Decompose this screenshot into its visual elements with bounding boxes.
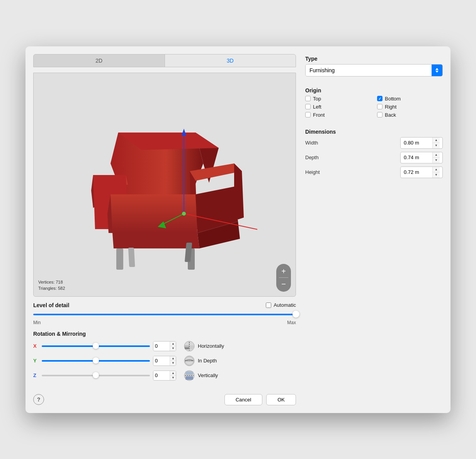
bottom-actions: ? Cancel OK <box>33 390 296 405</box>
svg-marker-13 <box>435 71 439 73</box>
rotation-input-wrap-y: ▲ ▼ <box>153 356 176 366</box>
origin-left-checkbox[interactable] <box>305 104 311 109</box>
origin-section: Origin Top Bottom Left <box>305 87 443 123</box>
chair-3d-view <box>72 94 257 275</box>
rotation-spinner-y-up[interactable]: ▲ <box>170 356 176 361</box>
dimension-depth-up[interactable]: ▲ <box>433 152 440 158</box>
origin-bottom-checkbox[interactable] <box>377 96 382 101</box>
viewport-info: Vertices: 718 Triangles: 582 <box>38 279 65 292</box>
rotation-input-wrap-z: ▲ ▼ <box>153 371 176 381</box>
rotation-title: Rotation & Mirroring <box>33 331 296 337</box>
origin-back-checkbox[interactable] <box>377 112 382 117</box>
dimension-height-up[interactable]: ▲ <box>433 167 440 172</box>
lod-max-label: Max <box>287 320 296 325</box>
zoom-control[interactable]: + − <box>276 264 291 292</box>
rotation-spinner-z: ▲ ▼ <box>170 371 176 380</box>
tab-3d[interactable]: 3D <box>165 54 296 67</box>
rotation-spinner-x-down[interactable]: ▼ <box>170 346 176 351</box>
lod-auto-label: Automatic <box>274 302 296 308</box>
type-label: Type <box>305 56 443 62</box>
action-buttons: Cancel OK <box>224 394 296 405</box>
rotation-spinner-z-down[interactable]: ▼ <box>170 376 176 380</box>
type-section: Type <box>305 56 443 82</box>
dimension-depth-wrap: ▲ ▼ <box>400 152 443 163</box>
origin-front-row: Front <box>305 112 371 118</box>
origin-back-row: Back <box>377 112 443 118</box>
ok-button[interactable]: OK <box>266 394 296 405</box>
rotation-slider-z[interactable] <box>42 375 150 376</box>
zoom-out-button[interactable]: − <box>281 280 286 288</box>
lod-auto-checkbox[interactable] <box>266 303 271 308</box>
origin-grid: Top Bottom Left Right <box>305 96 443 118</box>
mirror-horizontally-label: Horizontally <box>198 343 224 349</box>
axis-label-x: X <box>33 343 39 349</box>
rotation-input-z[interactable] <box>153 371 170 380</box>
axis-label-y: Y <box>33 358 39 364</box>
dimension-width-spinner: ▲ ▼ <box>432 138 440 148</box>
lod-labels: Min Max <box>33 320 296 325</box>
type-select-input[interactable] <box>306 65 432 76</box>
rotation-spinner-x: ▲ ▼ <box>170 342 176 351</box>
rotation-input-wrap-x: ▲ ▼ <box>153 341 176 351</box>
rotation-spinner-x-up[interactable]: ▲ <box>170 342 176 346</box>
origin-label: Origin <box>305 87 443 94</box>
tab-2d[interactable]: 2D <box>34 54 165 67</box>
rotation-spinner-z-up[interactable]: ▲ <box>170 371 176 376</box>
axis-y-arrow <box>182 129 186 136</box>
rotation-slider-x-thumb <box>93 343 99 349</box>
viewport: Vertices: 718 Triangles: 582 + − <box>33 73 296 297</box>
dimension-depth-input[interactable] <box>401 153 432 162</box>
mirror-vertically-button[interactable]: Vertically <box>184 370 218 381</box>
cancel-button[interactable]: Cancel <box>224 394 262 405</box>
rotation-slider-y-thumb <box>93 357 99 364</box>
dimension-height-row: Height ▲ ▼ <box>305 167 443 178</box>
rotation-input-x[interactable] <box>153 342 170 350</box>
lod-slider-thumb[interactable] <box>292 311 299 318</box>
svg-rect-10 <box>185 376 193 380</box>
origin-top-checkbox[interactable] <box>305 96 311 101</box>
origin-front-checkbox[interactable] <box>305 112 311 117</box>
origin-bottom-label: Bottom <box>385 96 401 102</box>
rotation-spinner-y-down[interactable]: ▼ <box>170 361 176 366</box>
dimension-height-input[interactable] <box>401 167 432 177</box>
help-button[interactable]: ? <box>33 394 44 405</box>
dimension-width-row: Width ▲ ▼ <box>305 137 443 149</box>
origin-right-row: Right <box>377 104 443 110</box>
origin-top-row: Top <box>305 96 371 102</box>
dimension-width-up[interactable]: ▲ <box>433 138 440 143</box>
dimension-width-label: Width <box>305 140 318 146</box>
rotation-slider-x[interactable] <box>42 345 150 347</box>
mirror-in-depth-icon <box>184 355 195 366</box>
mirror-horizontally-button[interactable]: Horizontally <box>184 341 224 352</box>
dimension-height-wrap: ▲ ▼ <box>400 167 443 178</box>
lod-min-label: Min <box>33 320 41 325</box>
origin-top-label: Top <box>313 96 321 102</box>
dimension-depth-down[interactable]: ▼ <box>433 158 440 163</box>
zoom-in-button[interactable]: + <box>281 267 286 275</box>
type-select-arrow[interactable] <box>432 65 442 76</box>
rotation-slider-y[interactable] <box>42 360 150 362</box>
lod-slider[interactable] <box>33 314 296 315</box>
origin-right-checkbox[interactable] <box>377 104 382 109</box>
tab-bar: 2D 3D <box>33 54 296 67</box>
rotation-input-y[interactable] <box>153 356 170 365</box>
dimension-width-wrap: ▲ ▼ <box>400 137 443 149</box>
dimension-depth-label: Depth <box>305 155 319 160</box>
chair-leg-bl <box>128 248 135 267</box>
dimension-height-down[interactable]: ▼ <box>433 172 440 178</box>
rotation-row-x: X ▲ ▼ <box>33 341 296 352</box>
mirror-in-depth-button[interactable]: In Depth <box>184 355 217 366</box>
origin-right-label: Right <box>385 104 396 110</box>
mirror-vertically-icon <box>184 370 195 381</box>
lod-auto: Automatic <box>266 302 296 308</box>
type-select-wrap <box>305 64 443 76</box>
lod-header: Level of detail Automatic <box>33 302 296 308</box>
rotation-row-z: Z ▲ ▼ <box>33 370 296 381</box>
origin-left-label: Left <box>313 104 321 110</box>
mirror-horizontally-icon <box>184 341 195 352</box>
dimension-width-down[interactable]: ▼ <box>433 143 440 148</box>
svg-rect-9 <box>185 371 193 375</box>
dimension-width-input[interactable] <box>401 138 432 148</box>
zoom-divider <box>279 277 288 278</box>
origin-bottom-row: Bottom <box>377 96 443 102</box>
